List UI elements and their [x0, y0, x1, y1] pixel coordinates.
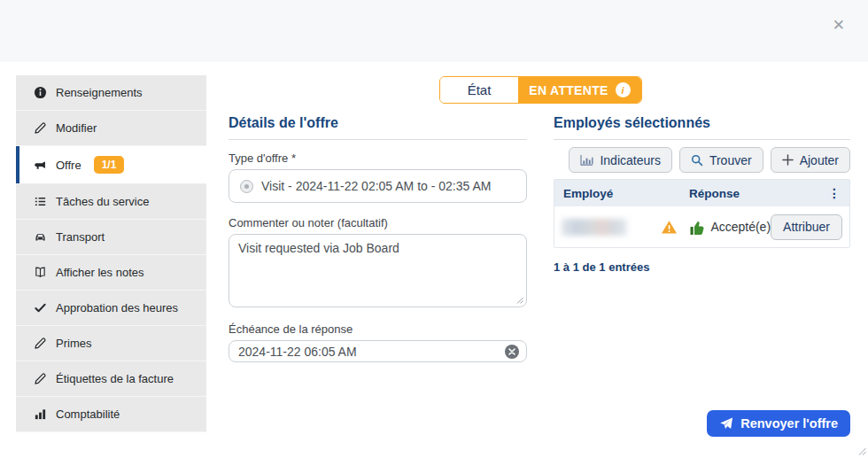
sidebar-item-approbation-des-heures[interactable]: Approbation des heures	[16, 291, 206, 326]
sidebar-item-comptabilite[interactable]: Comptabilité	[16, 397, 206, 432]
employee-name-redacted	[562, 219, 627, 236]
assign-button[interactable]: Attribuer	[771, 214, 842, 240]
offer-type-label: Type d'offre *	[229, 151, 527, 165]
pencil-icon	[34, 121, 47, 135]
employees-toolbar: Indicateurs Trouver Ajouter	[554, 147, 850, 173]
sidebar-item-transport[interactable]: Transport	[16, 220, 206, 255]
indicators-button[interactable]: Indicateurs	[569, 147, 671, 173]
search-icon	[691, 154, 703, 167]
sidebar-item-label: Renseignements	[56, 86, 143, 99]
resize-grip-icon[interactable]	[515, 295, 523, 304]
sidebar-item-label: Étiquettes de la facture	[56, 372, 174, 385]
sidebar-item-modifier[interactable]: Modifier	[16, 111, 206, 146]
open-book-icon	[34, 266, 47, 279]
employees-table: Employé Réponse ⋮ Accepté(e) Attribuer	[554, 179, 850, 248]
clear-icon[interactable]	[505, 345, 519, 359]
window-resize-grip-icon[interactable]	[856, 445, 866, 455]
comment-value: Visit requested via Job Board	[238, 241, 399, 255]
column-reponse: Réponse	[689, 187, 828, 200]
thumbs-up-icon	[689, 219, 707, 236]
pencil-icon	[34, 372, 47, 385]
sidebar-item-label: Comptabilité	[56, 408, 120, 421]
deadline-input[interactable]: 2024-11-22 06:05 AM	[229, 340, 527, 362]
sidebar-item-offre[interactable]: Offre 1/1	[16, 146, 206, 184]
offer-count-badge: 1/1	[94, 156, 125, 174]
bar-chart-icon	[34, 408, 47, 421]
sidebar-item-etiquettes-de-la-facture[interactable]: Étiquettes de la facture	[16, 361, 206, 397]
resend-offer-label: Renvoyer l'offre	[740, 416, 838, 431]
info-icon	[34, 86, 47, 99]
sidebar-item-label: Modifier	[56, 121, 97, 135]
warning-icon[interactable]	[661, 220, 678, 235]
radio-icon[interactable]	[240, 180, 253, 193]
response-status: Accepté(e)	[710, 220, 771, 234]
sidebar-item-renseignements[interactable]: Renseignements	[16, 75, 206, 111]
sidebar-item-label: Transport	[56, 230, 105, 244]
send-icon	[719, 417, 733, 431]
table-header: Employé Réponse ⋮	[554, 180, 849, 206]
sidebar-item-label: Primes	[56, 337, 91, 350]
selected-employees-section: Employés sélectionnés Indicateurs Trouve…	[554, 115, 850, 274]
plus-icon	[782, 154, 794, 166]
find-label: Trouver	[709, 153, 752, 167]
add-label: Ajouter	[800, 153, 839, 167]
offer-type-option[interactable]: Visit - 2024-11-22 02:05 AM to - 02:35 A…	[229, 169, 527, 203]
comment-label: Commenter ou noter (facultatif)	[229, 216, 527, 229]
check-icon	[34, 301, 47, 314]
sidebar-item-label: Offre	[56, 159, 81, 172]
sidebar-item-label: Tâches du service	[56, 195, 150, 208]
selected-employees-title: Employés sélectionnés	[554, 115, 850, 140]
table-row: Accepté(e) Attribuer	[554, 206, 849, 247]
close-icon[interactable]: ✕	[833, 18, 845, 33]
sidebar: Renseignements Modifier Offre 1/1 Tâches…	[16, 75, 206, 432]
kebab-menu-icon[interactable]: ⋮	[828, 187, 841, 199]
sidebar-item-label: Afficher les notes	[56, 266, 143, 279]
sidebar-item-label: Approbation des heures	[56, 301, 178, 314]
sidebar-item-primes[interactable]: Primes	[16, 326, 206, 361]
car-icon	[34, 230, 47, 244]
find-button[interactable]: Trouver	[679, 147, 763, 173]
entries-summary: 1 à 1 de 1 entrées	[554, 260, 850, 274]
info-icon[interactable]: i	[616, 82, 631, 97]
state-button[interactable]: État	[440, 77, 518, 103]
chart-icon	[580, 154, 593, 166]
deadline-label: Échéance de la réponse	[229, 322, 527, 336]
status-en-attente-badge: EN ATTENTE i	[518, 77, 641, 103]
comment-textarea[interactable]: Visit requested via Job Board	[229, 234, 527, 307]
task-list-icon	[34, 195, 47, 208]
deadline-value: 2024-11-22 06:05 AM	[238, 345, 357, 359]
status-toggle: État EN ATTENTE i	[439, 76, 642, 104]
offer-details-section: Détails de l'offre Type d'offre * Visit …	[229, 115, 527, 362]
column-employe: Employé	[563, 187, 689, 200]
add-button[interactable]: Ajouter	[771, 147, 850, 173]
megaphone-icon	[34, 159, 47, 172]
indicators-label: Indicateurs	[600, 153, 660, 167]
resend-offer-button[interactable]: Renvoyer l'offre	[707, 410, 850, 437]
offer-details-title: Détails de l'offre	[229, 115, 527, 140]
sidebar-item-afficher-les-notes[interactable]: Afficher les notes	[16, 255, 206, 291]
status-label: EN ATTENTE	[529, 83, 608, 97]
modal-header: ✕	[0, 0, 868, 62]
offer-type-value: Visit - 2024-11-22 02:05 AM to - 02:35 A…	[261, 179, 491, 193]
sidebar-item-taches-du-service[interactable]: Tâches du service	[16, 184, 206, 220]
pencil-icon	[34, 337, 47, 350]
